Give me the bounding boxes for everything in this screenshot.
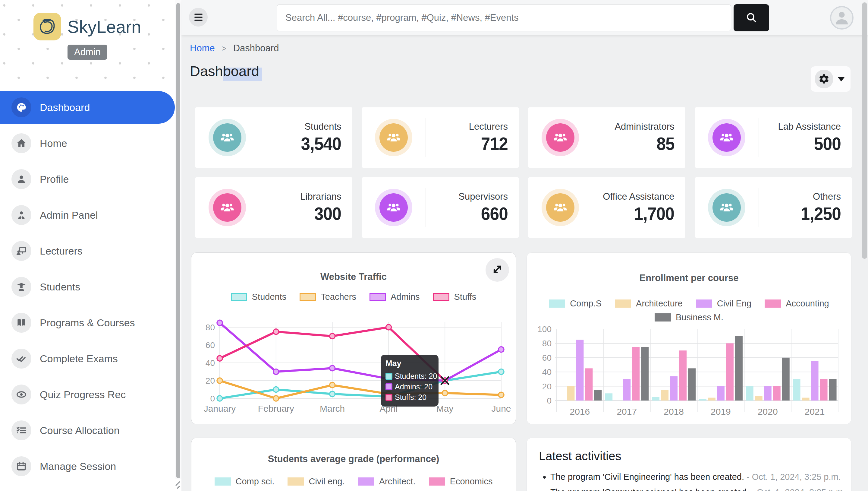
brand-name[interactable]: SkyLearn <box>67 17 141 37</box>
legend-label: Students <box>252 292 286 302</box>
sidebar-scrollbar-thumb[interactable] <box>176 3 180 478</box>
person-icon <box>11 169 31 189</box>
main-area: Home > Dashboard Dashboard Students3,540… <box>181 0 868 491</box>
page-scrollbar-thumb[interactable] <box>862 2 867 259</box>
sidebar-item-students[interactable]: Students <box>0 270 175 303</box>
svg-text:100: 100 <box>537 324 552 334</box>
legend-label: Comp.S <box>570 298 601 309</box>
chart-title: Website Traffic <box>191 271 516 282</box>
resize-handle-icon[interactable] <box>175 479 181 491</box>
stat-value: 500 <box>814 133 841 154</box>
chart-legend[interactable]: Comp.SArchitectureCivil EngAccounting <box>527 298 851 309</box>
sidebar-item-quiz-progress-rec[interactable]: Quiz Progress Rec <box>0 378 175 411</box>
legend-label: Economics <box>450 476 493 487</box>
legend-item-students[interactable]: Students <box>231 292 286 302</box>
sidebar-item-course-allocation[interactable]: Course Allocation <box>0 414 175 447</box>
sidebar-item-lecturers[interactable]: Lecturers <box>0 235 175 267</box>
legend-item-architect-[interactable]: Architect. <box>358 476 415 487</box>
stat-card-lecturers: Lecturers712 <box>362 107 519 168</box>
people-group-icon <box>712 123 741 152</box>
gear-icon <box>815 70 833 88</box>
activity-text: The program 'Computer science' has been … <box>550 487 751 491</box>
breadcrumb-separator: > <box>221 44 226 53</box>
palette-icon <box>11 97 31 117</box>
stat-card-students: Students3,540 <box>195 107 352 168</box>
stat-value: 712 <box>481 133 508 154</box>
breadcrumb: Home > Dashboard <box>190 43 279 54</box>
legend-item-economics[interactable]: Economics <box>429 476 493 487</box>
people-group-icon <box>379 123 408 152</box>
stat-value: 300 <box>314 203 341 224</box>
breadcrumb-current: Dashboard <box>233 43 279 53</box>
enrollment-card: Enrollment per course Comp.SArchitecture… <box>527 253 851 424</box>
sidebar-item-dashboard[interactable]: Dashboard <box>0 91 175 124</box>
search-button[interactable] <box>734 4 769 31</box>
stat-card-administrators: Administrators85 <box>528 107 685 168</box>
sidebar-item-label: Admin Panel <box>40 209 98 221</box>
svg-text:80: 80 <box>206 323 215 332</box>
sidebar-item-manage-session[interactable]: Manage Session <box>0 450 175 483</box>
page-title: Dashboard <box>190 63 262 79</box>
svg-text:2021: 2021 <box>805 407 825 416</box>
legend-item-stuffs[interactable]: Stuffs <box>433 292 476 302</box>
book-icon <box>11 313 31 333</box>
stat-label: Students <box>259 121 341 132</box>
svg-text:2019: 2019 <box>711 407 731 416</box>
legend-swatch <box>655 313 671 321</box>
sidebar-item-label: Dashboard <box>40 102 90 113</box>
legend-item-architecture[interactable]: Architecture <box>615 298 683 309</box>
activity-item: The program 'Civil Engineering' has been… <box>550 472 851 482</box>
sidebar-item-home[interactable]: Home <box>0 127 175 160</box>
sidebar: SkyLearn Admin DashboardHomeProfileAdmin… <box>0 0 175 491</box>
people-group-icon <box>213 193 241 222</box>
search-input[interactable] <box>277 4 731 31</box>
legend-item-admins[interactable]: Admins <box>370 292 420 302</box>
skylearn-logo-icon[interactable] <box>33 13 61 40</box>
stat-label: Lab Assistance <box>759 121 841 132</box>
svg-text:0: 0 <box>547 396 552 405</box>
legend-label: Comp sci. <box>236 476 275 487</box>
svg-text:2016: 2016 <box>570 407 590 416</box>
admin-icon <box>11 205 31 225</box>
user-avatar[interactable] <box>830 6 854 30</box>
legend-item-teachers[interactable]: Teachers <box>300 292 356 302</box>
sidebar-item-profile[interactable]: Profile <box>0 163 175 196</box>
stat-label: Lecturers <box>426 121 508 132</box>
legend-item-business-m-[interactable]: Business M. <box>655 313 723 322</box>
legend-item-civil-eng[interactable]: Civil Eng <box>696 298 751 309</box>
sidebar-item-complete-exams[interactable]: Complete Exams <box>0 342 175 375</box>
breadcrumb-home-link[interactable]: Home <box>190 43 215 53</box>
chart-legend[interactable]: Comp sci.Civil eng.Architect.Economics <box>191 476 516 487</box>
sidebar-item-label: Programs & Courses <box>40 317 135 329</box>
legend-swatch <box>358 478 374 486</box>
chart-legend[interactable]: StudentsTeachersAdminsStuffs <box>191 292 516 302</box>
calendar-icon <box>11 456 31 476</box>
double-check-icon <box>11 349 31 369</box>
legend-item-comp-sci-[interactable]: Comp sci. <box>215 476 275 487</box>
checklist-icon <box>11 421 31 440</box>
svg-text:40: 40 <box>206 358 215 368</box>
sidebar-item-admin-panel[interactable]: Admin Panel <box>0 199 175 231</box>
enrollment-chart[interactable]: 020406080100201620172018201920202021 <box>538 327 840 423</box>
chart-legend[interactable]: Business M. <box>527 313 851 322</box>
sidebar-item-programs-courses[interactable]: Programs & Courses <box>0 307 175 339</box>
svg-text:0: 0 <box>210 394 215 403</box>
legend-swatch <box>433 293 450 301</box>
hamburger-menu-button[interactable] <box>189 8 208 27</box>
legend-label: Admins <box>391 292 420 302</box>
legend-item-civil-eng-[interactable]: Civil eng. <box>287 476 344 487</box>
chart-title: Students average grade (performance) <box>191 454 516 464</box>
settings-dropdown-button[interactable] <box>810 66 851 92</box>
people-group-icon <box>213 123 241 152</box>
svg-text:20: 20 <box>542 382 552 391</box>
average-grade-card: Students average grade (performance) Com… <box>191 438 516 491</box>
legend-label: Architect. <box>379 476 415 487</box>
stat-card-others: Others1,250 <box>695 177 852 238</box>
chart-title: Enrollment per course <box>527 272 851 284</box>
legend-item-comp-s[interactable]: Comp.S <box>549 298 601 309</box>
eye-icon <box>11 384 31 404</box>
chevron-down-icon <box>838 77 845 81</box>
stat-card-librarians: Librarians300 <box>195 177 352 238</box>
website-traffic-chart[interactable]: JanuaryFebruaryMarchAprilMayJune02040608… <box>203 309 504 418</box>
legend-item-accounting[interactable]: Accounting <box>765 298 829 309</box>
